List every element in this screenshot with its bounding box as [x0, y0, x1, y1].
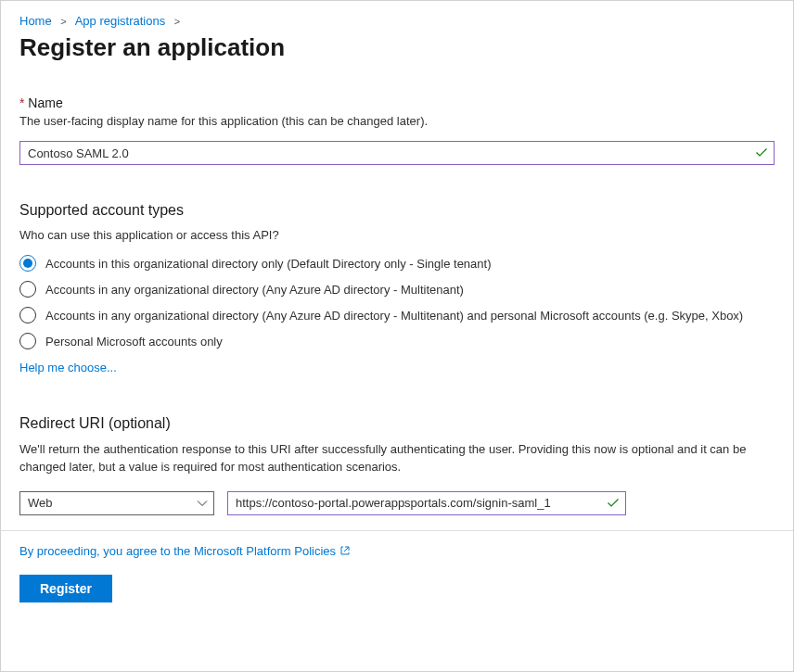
app-name-input[interactable]	[19, 141, 775, 165]
radio-icon	[19, 255, 36, 272]
name-label: * Name	[19, 95, 775, 110]
name-help-text: The user-facing display name for this ap…	[19, 114, 775, 128]
platform-policies-link[interactable]: By proceeding, you agree to the Microsof…	[19, 544, 336, 558]
breadcrumb-separator: >	[169, 16, 186, 27]
radio-label: Personal Microsoft accounts only	[45, 335, 223, 349]
account-types-heading: Supported account types	[19, 202, 775, 219]
redirect-uri-input[interactable]	[227, 491, 626, 515]
account-type-option-single-tenant[interactable]: Accounts in this organizational director…	[19, 255, 775, 272]
account-type-option-multitenant[interactable]: Accounts in any organizational directory…	[19, 281, 775, 298]
validation-checkmark-icon	[602, 492, 624, 514]
radio-icon	[19, 307, 36, 323]
chevron-down-icon	[191, 498, 213, 509]
radio-label: Accounts in this organizational director…	[45, 257, 492, 271]
radio-icon	[19, 333, 36, 349]
register-application-panel: Home > App registrations > Register an a…	[0, 0, 794, 672]
breadcrumb-separator: >	[55, 16, 71, 27]
breadcrumb-app-registrations[interactable]: App registrations	[75, 14, 166, 28]
radio-icon	[19, 281, 36, 298]
external-link-icon	[339, 545, 351, 556]
required-indicator: *	[19, 95, 24, 110]
register-button[interactable]: Register	[19, 575, 112, 602]
name-label-text: Name	[28, 95, 62, 110]
redirect-platform-value: Web	[20, 496, 191, 510]
breadcrumb: Home > App registrations >	[19, 14, 775, 28]
account-type-option-personal-only[interactable]: Personal Microsoft accounts only	[19, 333, 775, 349]
page-title: Register an application	[19, 33, 775, 62]
breadcrumb-home[interactable]: Home	[19, 14, 52, 28]
validation-checkmark-icon	[750, 142, 773, 164]
account-types-question: Who can use this application or access t…	[19, 228, 775, 242]
redirect-platform-select[interactable]: Web	[19, 491, 214, 515]
redirect-uri-description: We'll return the authentication response…	[19, 441, 775, 476]
redirect-uri-heading: Redirect URI (optional)	[19, 415, 775, 432]
radio-label: Accounts in any organizational directory…	[45, 309, 743, 323]
account-type-option-multitenant-personal[interactable]: Accounts in any organizational directory…	[19, 307, 775, 323]
help-me-choose-link[interactable]: Help me choose...	[19, 361, 117, 374]
radio-label: Accounts in any organizational directory…	[45, 283, 464, 297]
footer-divider	[1, 530, 793, 531]
